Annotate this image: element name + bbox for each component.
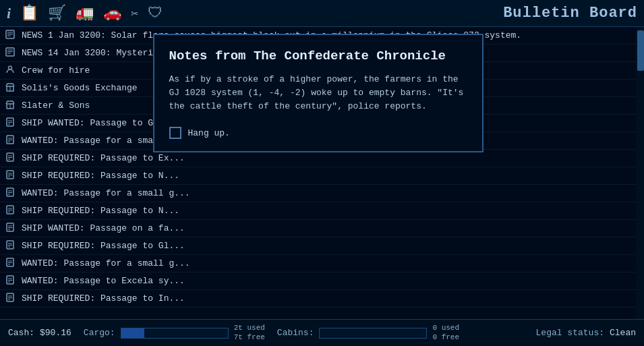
cargo-used: 2t used	[234, 324, 265, 333]
shield-icon[interactable]: 🛡	[148, 4, 163, 22]
car-icon[interactable]: 🚗	[103, 4, 121, 22]
legal-status: Legal status: Clean	[536, 328, 636, 338]
cargo-bar-fill	[121, 328, 145, 338]
cargo-free: 7t free	[234, 333, 265, 342]
cabins-free: 0 free	[432, 333, 459, 342]
hang-up-label: Hang up.	[188, 128, 230, 138]
clipboard-icon[interactable]: 📋	[20, 4, 38, 22]
hang-up-action[interactable]: Hang up.	[169, 127, 467, 139]
cart-icon[interactable]: 🛒	[48, 4, 66, 22]
modal-overlay: Notes from The Confederate Chronicle As …	[0, 27, 636, 319]
cabins-used: 0 used	[432, 324, 459, 333]
cargo-status: Cargo: 2t used 7t free	[84, 324, 265, 341]
cabins-status: Cabins: 0 used 0 free	[277, 324, 459, 341]
topbar: i 📋 🛒 🚛 🚗 ✂ 🛡 Bulletin Board	[0, 0, 644, 27]
cargo-label: Cargo:	[84, 328, 115, 338]
legal-label: Legal status:	[536, 328, 604, 338]
scrollbar[interactable]	[636, 27, 644, 319]
cabins-label: Cabins:	[277, 328, 314, 338]
cargo-numbers: 2t used 7t free	[234, 324, 265, 341]
nav-icons: i 📋 🛒 🚛 🚗 ✂ 🛡	[7, 4, 163, 22]
tools-icon[interactable]: ✂	[131, 6, 138, 21]
info-icon[interactable]: i	[7, 5, 11, 22]
cabins-bar	[319, 328, 427, 339]
modal-body: As if by a stroke of a higher power, the…	[169, 73, 467, 113]
cash-label: Cash:	[8, 328, 34, 338]
cash-value: $90.16	[40, 328, 71, 338]
scrollbar-thumb[interactable]	[637, 30, 644, 71]
page-title: Bulletin Board	[503, 5, 637, 22]
cash-display: Cash: $90.16	[8, 328, 71, 338]
cargo-bar	[121, 328, 229, 339]
legal-value: Clean	[610, 328, 636, 338]
cabins-numbers: 0 used 0 free	[432, 324, 459, 341]
truck-icon[interactable]: 🚛	[76, 4, 94, 22]
modal-title: Notes from The Confederate Chronicle	[169, 49, 467, 63]
statusbar: Cash: $90.16 Cargo: 2t used 7t free Cabi…	[0, 319, 644, 346]
hang-up-checkbox[interactable]	[169, 127, 181, 139]
modal-dialog: Notes from The Confederate Chronicle As …	[153, 34, 484, 152]
